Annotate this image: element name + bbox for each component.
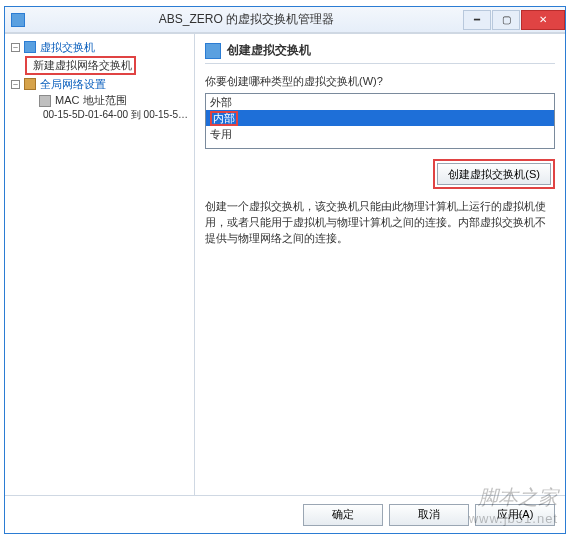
panel-title: 创建虚拟交换机 [227, 42, 311, 59]
watermark-url: www.jb51.net [469, 511, 558, 526]
switch-type-label: 你要创建哪种类型的虚拟交换机(W)? [205, 74, 555, 89]
titlebar: ABS_ZERO 的虚拟交换机管理器 ━ ▢ ✕ [5, 7, 565, 33]
watermark-text: 脚本之家 [469, 484, 558, 511]
right-panel: 创建虚拟交换机 你要创建哪种类型的虚拟交换机(W)? 外部 内部 专用 创建虚拟… [195, 34, 565, 495]
switch-type-listbox[interactable]: 外部 内部 专用 [205, 93, 555, 149]
cancel-button[interactable]: 取消 [389, 504, 469, 526]
vswitch-manager-window: ABS_ZERO 的虚拟交换机管理器 ━ ▢ ✕ – 虚拟交换机 新建虚拟网络交… [4, 6, 566, 534]
mac-range-icon [39, 95, 51, 107]
tree-label: 新建虚拟网络交换机 [33, 58, 132, 73]
switch-description: 创建一个虚拟交换机，该交换机只能由此物理计算机上运行的虚拟机使用，或者只能用于虚… [205, 199, 555, 247]
panel-header: 创建虚拟交换机 [205, 42, 555, 64]
tree-label: 虚拟交换机 [40, 40, 95, 55]
create-switch-button[interactable]: 创建虚拟交换机(S) [437, 163, 551, 185]
app-icon [11, 13, 25, 27]
left-tree-panel: – 虚拟交换机 新建虚拟网络交换机 – 全局网络设置 MAC 地址范围 00-1… [5, 34, 195, 495]
window-title: ABS_ZERO 的虚拟交换机管理器 [31, 11, 462, 28]
option-private[interactable]: 专用 [206, 126, 554, 142]
ok-button[interactable]: 确定 [303, 504, 383, 526]
watermark: 脚本之家 www.jb51.net [469, 484, 558, 526]
close-button[interactable]: ✕ [521, 10, 565, 30]
mac-range-value: 00-15-5D-01-64-00 到 00-15-5D-0... [43, 108, 192, 122]
global-settings-icon [24, 78, 36, 90]
option-label: 专用 [210, 127, 232, 142]
tree-item-new-switch[interactable]: 新建虚拟网络交换机 [25, 56, 192, 75]
tree-item-mac-range[interactable]: MAC 地址范围 [39, 93, 192, 108]
tree-label: 全局网络设置 [40, 77, 106, 92]
tree-root-virtual-switches[interactable]: – 虚拟交换机 [7, 38, 192, 56]
switch-group-icon [24, 41, 36, 53]
collapse-icon[interactable]: – [11, 80, 20, 89]
create-button-row: 创建虚拟交换机(S) [205, 159, 555, 189]
collapse-icon[interactable]: – [11, 43, 20, 52]
option-external[interactable]: 外部 [206, 94, 554, 110]
option-label: 外部 [210, 95, 232, 110]
tree-root-global-network[interactable]: – 全局网络设置 [7, 75, 192, 93]
tree-label: MAC 地址范围 [55, 93, 127, 108]
content-area: – 虚拟交换机 新建虚拟网络交换机 – 全局网络设置 MAC 地址范围 00-1… [5, 33, 565, 495]
option-label: 内部 [210, 111, 238, 126]
create-switch-icon [205, 43, 221, 59]
window-buttons: ━ ▢ ✕ [462, 10, 565, 30]
option-internal[interactable]: 内部 [206, 110, 554, 126]
minimize-button[interactable]: ━ [463, 10, 491, 30]
maximize-button[interactable]: ▢ [492, 10, 520, 30]
